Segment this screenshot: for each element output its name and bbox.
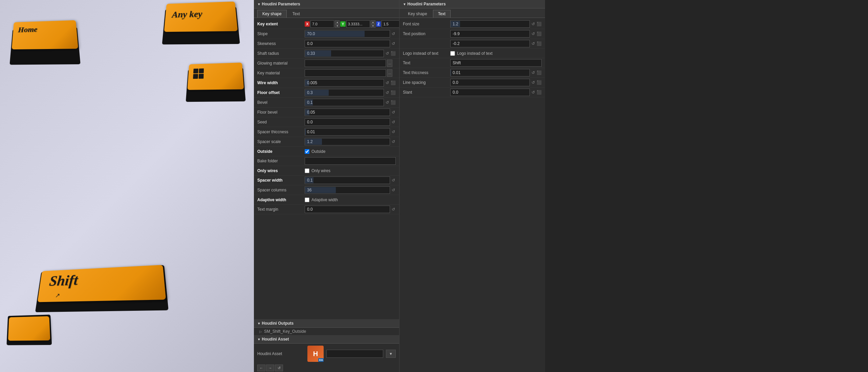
text-position-x-link-icon[interactable]: ⬛: [537, 31, 542, 36]
text-value-input[interactable]: [450, 59, 542, 67]
main-params-scroll[interactable]: Key extent X ▲ ▼ Y ▲ ▼: [254, 18, 399, 319]
spacer-width-label: Spacer width: [257, 178, 305, 183]
text-position-label: Text position: [403, 31, 450, 36]
x-up-btn[interactable]: ▲: [335, 20, 340, 24]
slope-input[interactable]: [305, 30, 390, 38]
skewness-input[interactable]: [305, 40, 390, 47]
asset-nav-forward-btn[interactable]: →: [266, 365, 274, 371]
key-extent-z-input[interactable]: [382, 20, 399, 28]
logo-instead-checkbox[interactable]: [450, 51, 455, 56]
font-size-label: Font size: [403, 22, 450, 26]
slant-link-icon[interactable]: ⬛: [537, 90, 542, 95]
anykey-label: Any key: [172, 9, 202, 20]
floor-bevel-input[interactable]: [305, 109, 390, 116]
spacer-thickness-refresh-icon[interactable]: ↺: [391, 129, 396, 135]
spacer-columns-input[interactable]: [305, 186, 390, 194]
adaptive-width-checkbox-label: Adaptive width: [311, 197, 338, 202]
output-item-1: SM_Shift_Key_Outside: [264, 329, 306, 334]
asset-nav-back-btn[interactable]: ←: [257, 365, 265, 371]
text-position-y-input[interactable]: [450, 40, 530, 47]
text-thickness-refresh-icon[interactable]: ↺: [531, 70, 536, 76]
font-size-refresh-icon[interactable]: ↺: [531, 21, 536, 27]
spacer-thickness-control: ↺: [305, 128, 396, 136]
home-label: Home: [18, 25, 37, 34]
slant-refresh-icon[interactable]: ↺: [531, 89, 536, 95]
y-down-btn[interactable]: ▼: [371, 24, 375, 28]
key-material-browse-btn[interactable]: …: [387, 69, 392, 77]
text-thickness-input[interactable]: [450, 69, 530, 76]
text-position-y-refresh-icon[interactable]: ↺: [531, 41, 536, 47]
floor-bevel-refresh-icon[interactable]: ↺: [391, 109, 396, 115]
floor-offset-input[interactable]: [305, 89, 384, 96]
skewness-refresh-icon[interactable]: ↺: [391, 41, 396, 47]
bevel-refresh-icon[interactable]: ↺: [385, 99, 390, 106]
text-position-y-link-icon[interactable]: ⬛: [537, 41, 542, 46]
bake-folder-input[interactable]: /Game/Meshes/HoudiniBake/: [305, 157, 396, 165]
asset-dropdown-btn[interactable]: ▼: [386, 350, 396, 358]
line-spacing-input[interactable]: [450, 79, 530, 86]
slant-input[interactable]: [450, 89, 530, 96]
shaft-radius-refresh-icon[interactable]: ↺: [385, 50, 390, 56]
viewport-3d: Any key Home Shift ↗: [0, 0, 254, 372]
key-extent-x-input[interactable]: [310, 20, 334, 28]
text-margin-control: ↺: [305, 206, 396, 213]
font-size-row: Font size ↺ ⬛: [399, 19, 545, 29]
houdini-outputs-header[interactable]: ▼ Houdini Outputs: [254, 319, 399, 328]
line-spacing-refresh-icon[interactable]: ↺: [531, 79, 536, 86]
wire-width-refresh-icon[interactable]: ↺: [385, 80, 390, 86]
spacer-thickness-input[interactable]: [305, 128, 390, 136]
y-up-btn[interactable]: ▲: [371, 20, 375, 24]
shaft-radius-link-icon[interactable]: ⬛: [391, 51, 396, 56]
right-params-scroll[interactable]: Font size ↺ ⬛ Text position: [399, 18, 545, 99]
text-margin-input[interactable]: [305, 206, 390, 213]
home-top: Home: [12, 20, 78, 49]
bevel-input[interactable]: [305, 99, 384, 106]
font-size-input[interactable]: [450, 20, 530, 28]
right-tab-text[interactable]: Text: [433, 10, 451, 18]
text-position-x-input[interactable]: [450, 30, 530, 38]
text-thickness-link-icon[interactable]: ⬛: [537, 70, 542, 75]
only-wires-checkbox[interactable]: [305, 168, 309, 173]
key-material-input[interactable]: /Game/Tests/Button/M_Button_Inst.M_Butto…: [305, 69, 386, 77]
tab-key-shape[interactable]: Key shape: [257, 10, 287, 18]
asset-nav-refresh-btn[interactable]: ↺: [275, 365, 283, 371]
line-spacing-link-icon[interactable]: ⬛: [537, 80, 542, 85]
text-position-x-refresh-icon[interactable]: ↺: [531, 31, 536, 37]
houdini-asset-header[interactable]: ▼ Houdini Asset: [254, 335, 399, 344]
spacer-columns-label: Spacer columns: [257, 188, 305, 192]
slant-input-wrap: [450, 89, 530, 96]
spacer-width-refresh-icon[interactable]: ↺: [391, 177, 396, 183]
seed-input-wrap: [305, 118, 390, 126]
slope-refresh-icon[interactable]: ↺: [391, 31, 396, 37]
spacer-scale-control: ↺: [305, 138, 396, 145]
spacer-columns-refresh-icon[interactable]: ↺: [391, 187, 396, 193]
shaft-radius-input[interactable]: [305, 50, 384, 57]
right-tab-key-shape[interactable]: Key shape: [403, 10, 432, 18]
wire-width-input[interactable]: [305, 79, 384, 87]
bevel-link-icon[interactable]: ⬛: [391, 100, 396, 105]
floor-offset-link-icon[interactable]: ⬛: [391, 90, 396, 95]
glowing-material-browse-btn[interactable]: …: [387, 60, 392, 67]
bevel-control: ↺ ⬛: [305, 99, 396, 106]
spacer-width-input[interactable]: [305, 177, 390, 184]
outside-checkbox[interactable]: [305, 149, 309, 154]
skewness-label: Skewness: [257, 41, 305, 46]
right-panel-header[interactable]: ▼ Houdini Parameters: [399, 0, 545, 8]
seed-refresh-icon[interactable]: ↺: [391, 119, 396, 125]
main-tab-bar: Key shape Text: [254, 8, 399, 18]
glowing-material-input[interactable]: /Game/Tests/Button/M_ButtonText_Inst.M_B…: [305, 60, 386, 67]
houdini-parameters-header[interactable]: ▼ Houdini Parameters: [254, 0, 399, 8]
seed-input[interactable]: [305, 118, 390, 126]
tab-text[interactable]: Text: [287, 10, 305, 18]
x-down-btn[interactable]: ▼: [335, 24, 340, 28]
font-size-link-icon[interactable]: ⬛: [537, 22, 542, 26]
text-margin-refresh-icon[interactable]: ↺: [391, 206, 396, 212]
skewness-input-wrap: [305, 40, 390, 47]
floor-offset-refresh-icon[interactable]: ↺: [385, 90, 390, 96]
asset-name-input[interactable]: key: [326, 350, 383, 358]
key-extent-y-input[interactable]: [346, 20, 370, 28]
spacer-scale-refresh-icon[interactable]: ↺: [391, 139, 396, 145]
adaptive-width-checkbox[interactable]: [305, 197, 309, 202]
spacer-scale-input[interactable]: [305, 138, 390, 145]
wire-width-link-icon[interactable]: ⬛: [391, 80, 396, 85]
